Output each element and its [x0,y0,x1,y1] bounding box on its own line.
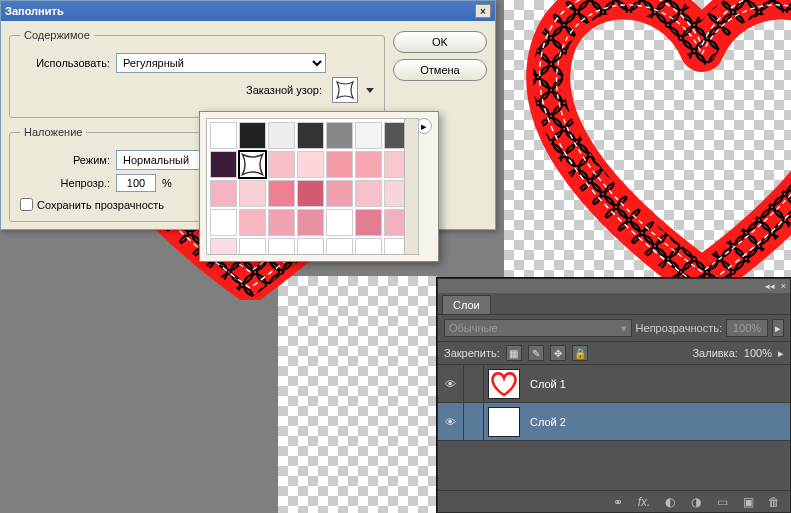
opacity-suffix: % [162,177,172,189]
blend-mode-select[interactable]: Обычные▾ [444,319,632,337]
dialog-title: Заполнить [5,5,475,17]
trash-icon[interactable]: 🗑 [766,494,782,510]
pattern-swatch-item[interactable] [239,238,266,255]
lock-position-icon[interactable]: ✥ [550,345,566,361]
layer-name[interactable]: Слой 1 [524,378,790,390]
preserve-transparency-checkbox[interactable] [20,198,33,211]
pattern-swatch-item[interactable] [297,180,324,207]
document-canvas-2[interactable] [278,276,437,513]
opacity-label: Непрозр.: [20,177,110,189]
layer-fill-value[interactable]: 100% [744,347,772,359]
pattern-swatch-item[interactable] [210,238,237,255]
pattern-swatch-item[interactable] [239,122,266,149]
visibility-eye-icon[interactable]: 👁 [438,365,464,402]
chevron-down-icon[interactable] [366,88,374,93]
pattern-swatch-item[interactable] [268,122,295,149]
lock-transparency-icon[interactable]: ▦ [506,345,522,361]
pattern-grid [206,118,419,255]
mask-icon[interactable]: ◐ [662,494,678,510]
lock-all-icon[interactable]: 🔒 [572,345,588,361]
pattern-swatch-item[interactable] [210,209,237,236]
visibility-eye-icon[interactable]: 👁 [438,403,464,440]
layer-name[interactable]: Слой 2 [524,416,790,428]
use-select[interactable]: Регулярный [116,53,326,73]
cancel-button[interactable]: Отмена [393,59,487,81]
pattern-swatch-item[interactable] [268,180,295,207]
pattern-swatch-item[interactable] [297,122,324,149]
pattern-swatch-item[interactable] [355,238,382,255]
pattern-swatch-item[interactable] [297,209,324,236]
heart-artwork [512,0,791,300]
layers-panel: ◂◂ × Слои Обычные▾ Непрозрачность: 100% … [437,278,791,513]
layer-opacity-value[interactable]: 100% [726,319,768,337]
pattern-picker-popup: ▸ [199,111,439,262]
document-canvas-1[interactable] [504,0,791,278]
pattern-swatch-item[interactable] [355,209,382,236]
pattern-swatch-item[interactable] [326,238,353,255]
group-icon[interactable]: ▭ [714,494,730,510]
pattern-swatch-item[interactable] [297,151,324,178]
scrollbar[interactable] [404,119,418,254]
pattern-swatch-item[interactable] [239,151,266,178]
pattern-swatch-item[interactable] [210,151,237,178]
close-button[interactable]: × [475,4,491,18]
pattern-swatch-item[interactable] [268,209,295,236]
pattern-swatch-item[interactable] [355,180,382,207]
panel-header[interactable]: ◂◂ × [438,279,790,293]
pattern-swatch-item[interactable] [355,122,382,149]
layer-link-cell[interactable] [464,403,484,440]
opacity-arrow-icon[interactable]: ▸ [772,319,784,337]
pattern-swatch-item[interactable] [210,180,237,207]
adjustment-icon[interactable]: ◑ [688,494,704,510]
link-icon[interactable]: ⚭ [610,494,626,510]
layer-list: 👁Слой 1👁Слой 2 [438,365,790,441]
contents-group: Содержимое Использовать: Регулярный Зака… [9,29,385,118]
layer-row[interactable]: 👁Слой 2 [438,403,790,441]
pattern-swatch-item[interactable] [326,122,353,149]
fx-icon[interactable]: fx. [636,494,652,510]
pattern-swatch-item[interactable] [326,151,353,178]
pattern-swatch-item[interactable] [239,209,266,236]
pattern-swatch-item[interactable] [355,151,382,178]
layer-thumbnail[interactable] [488,369,520,399]
layers-footer: ⚭ fx. ◐ ◑ ▭ ▣ 🗑 [438,490,790,512]
lock-pixels-icon[interactable]: ✎ [528,345,544,361]
contents-legend: Содержимое [20,29,94,41]
mode-label: Режим: [20,154,110,166]
layer-link-cell[interactable] [464,365,484,402]
fill-label: Заливка: [692,347,737,359]
pattern-swatch-item[interactable] [326,209,353,236]
dialog-titlebar[interactable]: Заполнить × [1,1,495,21]
minimize-icon[interactable]: ◂◂ [765,281,775,291]
lock-label: Закрепить: [444,347,500,359]
pattern-swatch-item[interactable] [210,122,237,149]
pattern-swatch[interactable] [332,77,358,103]
opacity-input[interactable] [116,174,156,192]
pattern-swatch-item[interactable] [239,180,266,207]
pattern-swatch-item[interactable] [268,151,295,178]
custom-pattern-label: Заказной узор: [246,84,322,96]
new-icon[interactable]: ▣ [740,494,756,510]
use-label: Использовать: [20,57,110,69]
layer-thumbnail[interactable] [488,407,520,437]
pattern-swatch-item[interactable] [326,180,353,207]
ok-button[interactable]: OK [393,31,487,53]
tab-layers[interactable]: Слои [442,295,491,314]
blending-legend: Наложение [20,126,86,138]
pattern-swatch-item[interactable] [297,238,324,255]
preserve-transparency-label: Сохранить прозрачность [37,199,164,211]
pattern-swatch-item[interactable] [268,238,295,255]
opacity-label: Непрозрачность: [636,322,722,334]
fill-arrow-icon[interactable]: ▸ [778,347,784,360]
close-icon[interactable]: × [781,281,786,291]
layer-row[interactable]: 👁Слой 1 [438,365,790,403]
